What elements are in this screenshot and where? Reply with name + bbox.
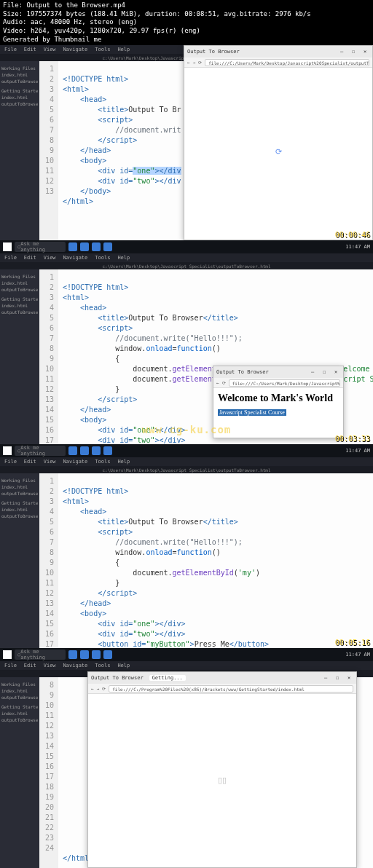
meta-audio: Audio: aac, 48000 Hz, stereo (eng) (3, 18, 370, 27)
editor-tabbar: c:\Users\Mark\Desktop\Javascript Special… (0, 262, 373, 269)
maximize-icon[interactable]: ☐ (349, 49, 358, 55)
taskbar[interactable]: ○ Ask me anything 11:47 AM (0, 648, 373, 661)
taskbar-app-icon[interactable] (80, 446, 89, 455)
editor-sidebar[interactable]: Working Filesindex.htmloutputToBrowser.h… (0, 269, 39, 444)
taskbar-app-icon[interactable] (80, 650, 89, 659)
timestamp: 00:00:46 (335, 231, 370, 239)
editor-sidebar[interactable]: Working Filesindex.htmloutputToBrowser.h… (0, 473, 39, 648)
url-input[interactable]: file:///C:/Users/Mark/Desktop/Javascript… (205, 59, 369, 66)
taskbar-app-icon[interactable] (103, 242, 112, 251)
menu-file[interactable]: File (4, 47, 17, 52)
editor-menubar[interactable]: FileEditViewNavigateToolsHelp (0, 253, 373, 262)
page-heading: Welcome to Mark's World (218, 392, 339, 404)
menu-tools[interactable]: Tools (95, 47, 110, 52)
menu-navigate[interactable]: Navigate (63, 47, 88, 52)
taskbar-app-icon[interactable] (92, 242, 101, 251)
taskbar-app-icon[interactable] (103, 650, 112, 659)
start-icon[interactable] (3, 650, 12, 659)
page-text: Javascript Specialist Course (218, 409, 286, 416)
editor-tabbar: c:\Users\Mark\Desktop\Javascript Special… (0, 466, 373, 473)
reload-icon[interactable]: ⟳ (102, 686, 106, 691)
minimize-icon[interactable]: — (308, 369, 317, 375)
menu-help[interactable]: Help (117, 47, 130, 52)
browser-window[interactable]: Output To Browser — ☐ ✕ ← → ⟳ file:///C:… (184, 45, 373, 240)
taskbar[interactable]: ○ Ask me anything 11:47 AM (0, 240, 373, 253)
maximize-icon[interactable]: ☐ (333, 675, 342, 681)
close-icon[interactable]: ✕ (361, 49, 369, 55)
taskbar-app-icon[interactable] (68, 242, 77, 251)
sidebar-section: Getting Started (1, 88, 38, 93)
browser-addressbar[interactable]: ←⟳ file:///C:/Users/Mark/Desktop/Javascr… (213, 378, 343, 388)
menu-edit[interactable]: Edit (24, 47, 36, 52)
meta-gen: Generated by Thumbnail me (3, 36, 370, 44)
minimize-icon[interactable]: — (321, 675, 330, 681)
system-tray[interactable]: 11:47 AM (345, 652, 370, 658)
reload-icon[interactable]: ⟳ (198, 60, 202, 65)
sidebar-item[interactable]: index.html (1, 72, 38, 77)
taskbar-search[interactable]: ○ Ask me anything (15, 650, 66, 660)
frame-1: File Edit View Navigate Tools Help c:\Us… (0, 45, 373, 253)
browser-addressbar[interactable]: ←→⟳ file:///C:/Program%20Files%20(x86)/B… (88, 684, 356, 694)
browser-titlebar[interactable]: Output To Browser —☐✕ (213, 366, 343, 378)
taskbar-search[interactable]: ○ Ask me anything (15, 242, 66, 252)
back-icon[interactable]: ← (91, 686, 94, 691)
sidebar-item[interactable]: outputToBrowser.html (1, 79, 38, 84)
forward-icon[interactable]: → (97, 686, 100, 691)
browser-viewport: Welcome to Mark's World Javascript Speci… (213, 388, 343, 420)
sidebar-item[interactable]: index.html (1, 95, 38, 100)
meta-video: Video: h264, yuv420p, 1280x720, 29.97 fp… (3, 27, 370, 36)
browser-addressbar[interactable]: ← → ⟳ file:///C:/Users/Mark/Desktop/Java… (184, 58, 372, 68)
taskbar-app-icon[interactable] (68, 650, 77, 659)
meta-size: Size: 197557374 bytes (188.41 MiB), dura… (3, 10, 370, 19)
code-editor[interactable]: 123456789101112131415161718 <!DOCTYPE ht… (39, 473, 373, 648)
timestamp: 00:03:33 (335, 435, 370, 443)
browser-tab[interactable]: Output To Browser (216, 369, 269, 375)
video-meta: File: Output to the Browser.mp4 Size: 19… (0, 0, 373, 45)
url-input[interactable]: file:///C:/Program%20Files%20(x86)/Brack… (109, 685, 353, 693)
taskbar-app-icon[interactable] (68, 446, 77, 455)
back-icon[interactable]: ← (216, 380, 219, 385)
system-tray[interactable]: 11:47 AM (345, 448, 370, 454)
line-gutter: 12345678910111213 (39, 61, 58, 240)
browser-window[interactable]: Output To Browser —☐✕ ←⟳ file:///C:/User… (213, 366, 344, 438)
taskbar-app-icon[interactable] (92, 650, 101, 659)
browser-viewport: ▯▯ (88, 694, 356, 866)
close-icon[interactable]: ✕ (331, 369, 340, 375)
sidebar-item[interactable]: outputToBrowser.html (1, 101, 38, 106)
frame-2: FileEditViewNavigateToolsHelp c:\Users\M… (0, 253, 373, 457)
back-icon[interactable]: ← (187, 60, 190, 65)
browser-tab[interactable]: Getting... (149, 675, 186, 681)
start-icon[interactable] (3, 242, 12, 251)
sidebar-title: Working Files (1, 66, 38, 71)
browser-tab[interactable]: Output To Browser (91, 675, 144, 681)
maximize-icon[interactable]: ☐ (320, 369, 329, 375)
editor-menubar[interactable]: FileEditViewNavigateToolsHelp (0, 661, 373, 670)
reload-icon[interactable]: ⟳ (222, 380, 226, 385)
editor-sidebar[interactable]: Working Filesindex.htmloutputToBrowser.h… (0, 677, 39, 868)
browser-tab[interactable]: Output To Browser (187, 49, 240, 55)
taskbar-search[interactable]: ○ Ask me anything (15, 446, 66, 456)
url-input[interactable]: file:///C:/Users/Mark/Desktop/Javascript… (229, 379, 340, 387)
menu-view[interactable]: View (44, 47, 56, 52)
forward-icon[interactable]: → (193, 60, 196, 65)
start-icon[interactable] (3, 446, 12, 455)
editor-sidebar[interactable]: Working Files index.html outputToBrowser… (0, 61, 39, 240)
browser-titlebar[interactable]: Output To Browser — ☐ ✕ (184, 46, 372, 58)
taskbar[interactable]: ○ Ask me anything 11:47 AM (0, 444, 373, 457)
browser-viewport: ⟳ (184, 68, 372, 235)
frame-4: FileEditViewNavigateToolsHelp c:\Users\M… (0, 661, 373, 868)
close-icon[interactable]: ✕ (345, 675, 353, 681)
editor-menubar[interactable]: FileEditViewNavigateToolsHelp (0, 457, 373, 466)
line-gutter: 123456789101112131415161718 (39, 473, 58, 648)
browser-window[interactable]: Output To Browser Getting... —☐✕ ←→⟳ fil… (87, 671, 357, 868)
system-tray[interactable]: 11:47 AM (345, 244, 370, 250)
line-gutter: 123456789101112131415161718 (39, 269, 58, 444)
minimize-icon[interactable]: — (337, 49, 346, 55)
meta-file: File: Output to the Browser.mp4 (3, 1, 370, 10)
taskbar-app-icon[interactable] (80, 242, 89, 251)
frame-3: FileEditViewNavigateToolsHelp c:\Users\M… (0, 457, 373, 661)
code-area[interactable]: <!DOCTYPE html> <html> <head> <title>Out… (58, 473, 373, 648)
browser-titlebar[interactable]: Output To Browser Getting... —☐✕ (88, 672, 356, 684)
taskbar-app-icon[interactable] (103, 446, 112, 455)
taskbar-app-icon[interactable] (92, 446, 101, 455)
